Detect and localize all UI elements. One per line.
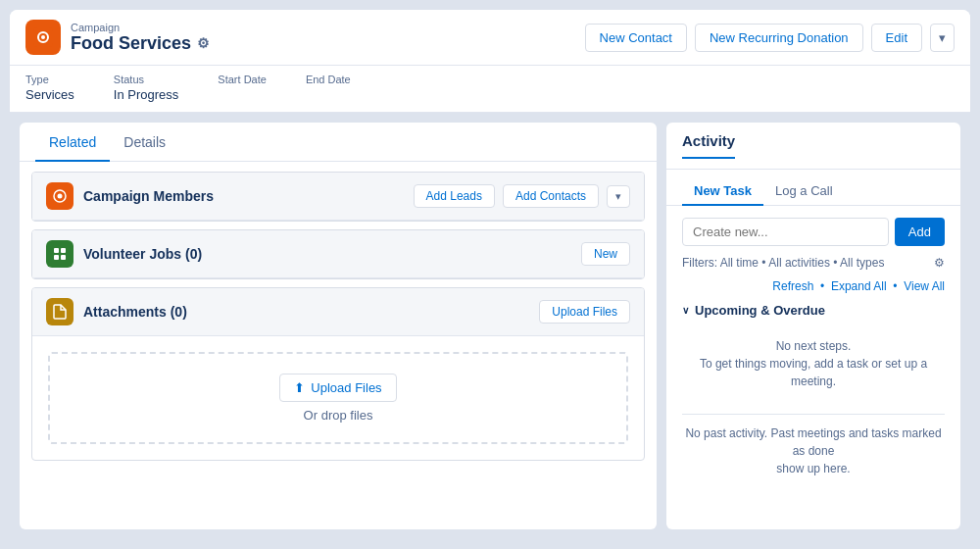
- svg-rect-7: [54, 255, 59, 260]
- tab-log-call[interactable]: Log a Call: [763, 177, 845, 206]
- volunteer-jobs-actions: New: [581, 242, 630, 266]
- status-label: Status: [114, 74, 178, 85]
- attachments-header: Attachments (0) Upload Files: [32, 288, 644, 336]
- activity-title: Activity: [682, 132, 735, 159]
- campaign-members-title: Campaign Members: [83, 188, 214, 204]
- activity-panel: Activity New Task Log a Call Add Filters…: [666, 123, 960, 529]
- volunteer-jobs-title: Volunteer Jobs (0): [83, 246, 202, 262]
- section-title-left: Campaign Members: [46, 182, 214, 210]
- new-volunteer-job-button[interactable]: New: [581, 242, 630, 266]
- upcoming-overdue-header[interactable]: ∨ Upcoming & Overdue: [682, 303, 945, 318]
- add-leads-button[interactable]: Add Leads: [414, 184, 495, 208]
- type-label: Type: [25, 74, 74, 85]
- status-field: Status In Progress: [114, 74, 178, 102]
- campaign-members-header: Campaign Members Add Leads Add Contacts …: [32, 173, 644, 221]
- start-date-field: Start Date: [218, 74, 267, 102]
- start-date-value: [218, 87, 267, 102]
- expand-all-link[interactable]: Expand All: [831, 279, 887, 293]
- end-date-label: End Date: [306, 74, 351, 85]
- new-contact-button[interactable]: New Contact: [585, 24, 687, 52]
- volunteer-jobs-section: Volunteer Jobs (0) New: [31, 229, 645, 279]
- header-actions: New Contact New Recurring Donation Edit …: [585, 24, 955, 52]
- volunteer-icon: [46, 240, 74, 268]
- links-row: Refresh • Expand All • View All: [682, 279, 945, 293]
- tabs: Related Details: [20, 123, 657, 162]
- upload-area: ⬆ Upload Files Or drop files: [32, 336, 644, 460]
- no-next-steps: No next steps. To get things moving, add…: [682, 327, 945, 400]
- section-title-left-3: Attachments (0): [46, 298, 187, 325]
- network-icon: ⚙: [197, 35, 210, 51]
- filters-text: Filters: All time • All activities • All…: [682, 256, 884, 270]
- upload-files-button-header[interactable]: Upload Files: [539, 300, 630, 324]
- drop-text: Or drop files: [304, 408, 373, 423]
- activity-tabs: New Task Log a Call: [666, 170, 960, 206]
- app-label: Campaign: [71, 22, 210, 33]
- status-value: In Progress: [114, 87, 178, 102]
- end-date-field: End Date: [306, 74, 351, 102]
- svg-point-4: [58, 194, 63, 199]
- campaign-icon: [46, 182, 74, 210]
- filters-row: Filters: All time • All activities • All…: [682, 256, 945, 270]
- type-value: Services: [25, 87, 74, 102]
- attachments-title: Attachments (0): [83, 304, 187, 320]
- tab-related[interactable]: Related: [35, 123, 110, 162]
- campaign-members-actions: Add Leads Add Contacts ▾: [414, 184, 630, 208]
- create-new-row: Add: [682, 218, 945, 246]
- upload-icon: ⬆: [294, 380, 305, 395]
- attachment-icon: [46, 298, 74, 325]
- upcoming-overdue-title: Upcoming & Overdue: [695, 303, 825, 318]
- chevron-icon: ∨: [682, 305, 689, 316]
- upload-files-button[interactable]: ⬆ Upload Files: [279, 374, 396, 402]
- svg-point-2: [41, 35, 45, 39]
- attachments-actions: Upload Files: [539, 300, 630, 324]
- drop-zone: ⬆ Upload Files Or drop files: [48, 352, 628, 444]
- start-date-label: Start Date: [218, 74, 267, 85]
- activity-header: Activity: [666, 123, 960, 170]
- no-next-steps-line1: No next steps.: [682, 337, 945, 355]
- dropdown-button[interactable]: ▾: [930, 24, 955, 52]
- volunteer-jobs-header: Volunteer Jobs (0) New: [32, 230, 644, 278]
- campaign-members-dropdown[interactable]: ▾: [607, 185, 630, 208]
- add-button[interactable]: Add: [895, 218, 945, 246]
- activity-body: Add Filters: All time • All activities •…: [666, 206, 960, 529]
- left-panel: Related Details Camp: [20, 123, 657, 529]
- edit-button[interactable]: Edit: [871, 24, 922, 52]
- section-title-left-2: Volunteer Jobs (0): [46, 240, 202, 268]
- tab-new-task[interactable]: New Task: [682, 177, 763, 206]
- past-activity: No past activity. Past meetings and task…: [682, 414, 945, 487]
- new-recurring-donation-button[interactable]: New Recurring Donation: [695, 24, 863, 52]
- no-next-steps-line2: To get things moving, add a task or set …: [682, 355, 945, 390]
- refresh-link[interactable]: Refresh: [772, 279, 813, 293]
- page-title: Food Services: [71, 33, 191, 54]
- svg-rect-6: [61, 248, 66, 253]
- gear-icon[interactable]: ⚙: [934, 256, 945, 270]
- upload-files-label: Upload Files: [311, 380, 381, 395]
- end-date-value: [306, 87, 351, 102]
- add-contacts-button[interactable]: Add Contacts: [503, 184, 599, 208]
- attachments-section: Attachments (0) Upload Files ⬆ Upload Fi…: [31, 287, 645, 461]
- svg-rect-8: [61, 255, 66, 260]
- app-icon: [25, 20, 61, 55]
- campaign-members-section: Campaign Members Add Leads Add Contacts …: [31, 172, 645, 222]
- meta-bar: Type Services Status In Progress Start D…: [10, 66, 970, 113]
- create-new-input[interactable]: [682, 218, 889, 246]
- svg-rect-5: [54, 248, 59, 253]
- type-field: Type Services: [25, 74, 74, 102]
- sections-container: Campaign Members Add Leads Add Contacts …: [20, 162, 657, 529]
- tab-details[interactable]: Details: [110, 123, 179, 162]
- view-all-link[interactable]: View All: [904, 279, 945, 293]
